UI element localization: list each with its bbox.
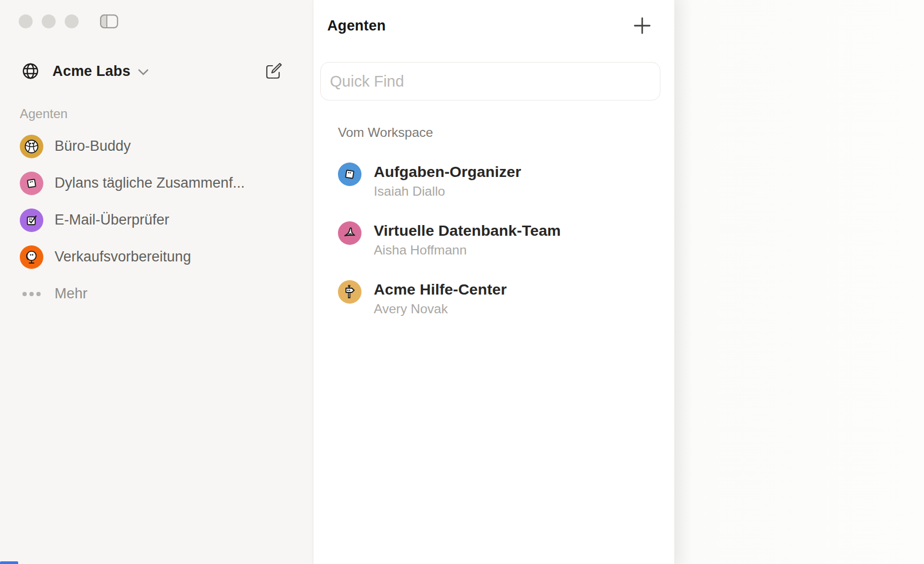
ball-face-icon [20,135,43,158]
note-face-icon [338,163,361,186]
note-face-icon [20,172,43,195]
agent-owner: Isaiah Diallo [374,183,521,199]
sidebar-toggle-icon [100,14,118,28]
ellipsis-icon [20,292,43,296]
signpost-icon [338,280,361,304]
main-content-area [675,0,924,564]
sidebar-more-button[interactable]: Mehr [0,275,313,312]
sidebar-item-buero-buddy[interactable]: Büro-Buddy [0,128,313,165]
search-box [320,62,660,101]
chevron-down-icon [138,69,149,75]
agent-row-aufgaben-organizer[interactable]: Aufgaben-Organizer Isaiah Diallo [313,163,674,199]
window-controls [0,0,313,28]
witch-hat-icon [338,221,361,245]
agent-name: Acme Hilfe-Center [374,280,507,298]
close-window-button[interactable] [19,14,33,28]
agent-name: Virtuelle Datenbank-Team [374,221,561,239]
panel-header: Agenten [313,15,674,36]
quick-find-input[interactable] [320,62,660,101]
sidebar-item-verkaufsvorbereitung[interactable]: Verkaufsvorbereitung [0,238,313,275]
agent-row-acme-hilfe-center[interactable]: Acme Hilfe-Center Avery Novak [313,280,674,317]
sidebar-agent-list: Büro-Buddy Dylans tägliche Zusammenf... [0,128,313,275]
sidebar-toggle-button[interactable] [100,14,118,28]
sidebar-item-email-ueberpruefer[interactable]: E-Mail-Überprüfer [0,202,313,238]
sidebar-item-label: Verkaufsvorbereitung [55,249,191,265]
checkbox-face-icon [20,208,43,232]
panel-title: Agenten [327,18,386,34]
agent-name: Aufgaben-Organizer [374,163,521,181]
add-agent-button[interactable] [633,16,652,35]
workspace-section-label: Vom Workspace [313,125,674,140]
more-label: Mehr [55,285,88,302]
agent-row-virtuelle-datenbank-team[interactable]: Virtuelle Datenbank-Team Aisha Hoffmann [313,221,674,258]
zoom-window-button[interactable] [65,14,79,28]
compose-icon [264,61,283,81]
workspace-switcher[interactable]: Acme Labs [0,60,313,82]
sidebar-item-label: E-Mail-Überprüfer [55,212,170,228]
agent-owner: Aisha Hoffmann [374,242,561,258]
sidebar-item-dylans-zusammenfassung[interactable]: Dylans tägliche Zusammenf... [0,165,313,202]
sidebar-section-label: Agenten [0,106,313,121]
sidebar-item-label: Büro-Buddy [55,138,131,154]
new-chat-button[interactable] [264,61,283,81]
sidebar: Acme Labs Agenten [0,0,313,564]
globe-icon [21,62,40,80]
agent-owner: Avery Novak [374,301,507,317]
workspace-name: Acme Labs [52,63,130,80]
plus-icon [634,17,651,34]
agents-panel: Agenten Vom Workspace [313,0,675,564]
agents-list: Aufgaben-Organizer Isaiah Diallo Virtuel… [313,163,674,317]
dock-peek-indicator [0,561,18,564]
desk-globe-face-icon [20,245,43,269]
sidebar-item-label: Dylans tägliche Zusammenf... [55,175,245,191]
minimize-window-button[interactable] [42,14,56,28]
